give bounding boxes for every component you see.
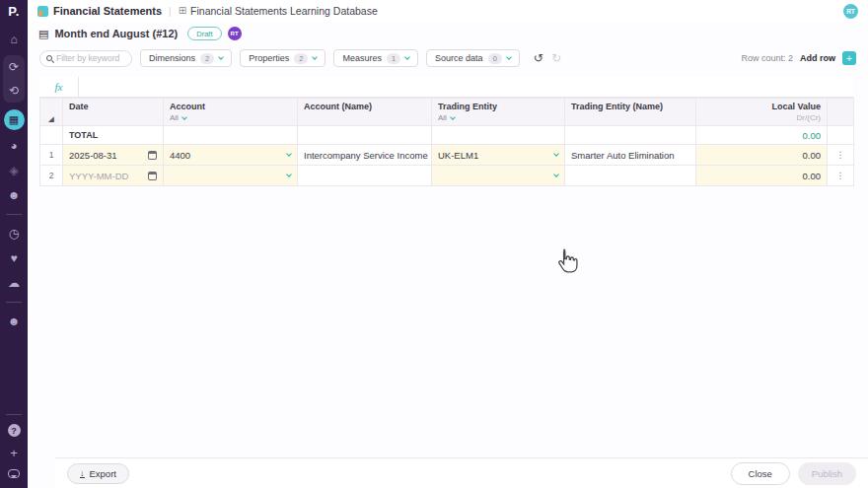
local-value-cell[interactable]: 0.00 — [696, 166, 828, 186]
reports-icon[interactable]: ◕ — [5, 137, 23, 155]
tags-icon[interactable]: ◈ — [5, 162, 23, 179]
column-header-account[interactable]: Account All — [164, 99, 298, 126]
help-icon[interactable]: ? — [8, 424, 21, 437]
column-header-trading-entity[interactable]: Trading Entity All — [432, 99, 565, 126]
database-icon-active[interactable]: ▦ — [4, 109, 25, 130]
dimensions-filter-button[interactable]: Dimensions 2 — [140, 49, 232, 67]
sidebar-divider — [6, 214, 22, 215]
feedback-icon[interactable] — [8, 469, 20, 478]
select-all-icon[interactable]: ◢ — [48, 115, 53, 122]
redo-icon[interactable]: ↻ — [551, 52, 561, 64]
account-cell[interactable]: 4400 — [164, 145, 298, 166]
export-button[interactable]: ↓ Export — [67, 463, 129, 484]
trading-entity-name-cell: Smarter Auto Elimination — [565, 145, 696, 166]
undo-icon[interactable]: ↺ — [534, 52, 543, 64]
chevron-down-icon — [450, 114, 456, 120]
column-header-date[interactable]: Date — [63, 99, 164, 126]
column-header-trading-entity-name[interactable]: Trading Entity (Name) — [565, 99, 696, 126]
date-cell[interactable]: YYYY-MM-DD — [63, 166, 164, 186]
toolbar: Dimensions 2 Properties 2 Measures 1 Sou… — [28, 45, 868, 71]
page-title: Month end August (#12) — [54, 28, 178, 39]
account-filter[interactable]: All — [170, 113, 291, 122]
properties-filter-button[interactable]: Properties 2 — [240, 49, 326, 67]
dimensions-count-badge: 2 — [200, 53, 214, 64]
chevron-down-icon — [553, 151, 559, 157]
data-grid: fx ◢ Date Account All — [39, 77, 853, 186]
table-row: 2 YYYY-MM-DD — [40, 166, 854, 186]
search-icon — [46, 55, 52, 61]
measures-filter-button[interactable]: Measures 1 — [333, 49, 418, 67]
table-row: 1 2025-08-31 4400 Intercompany Servi — [40, 145, 854, 166]
trading-entity-filter[interactable]: All — [438, 113, 558, 122]
row-number[interactable]: 2 — [40, 166, 63, 186]
column-header-actions — [828, 99, 854, 126]
account-name-cell: Intercompany Service Income — [298, 145, 432, 166]
formula-fx-icon: fx — [39, 77, 79, 97]
member-icon[interactable]: ☻ — [5, 186, 23, 204]
row-number[interactable]: 1 — [40, 145, 63, 166]
media-icon[interactable]: ☁ — [5, 274, 23, 292]
trading-entity-name-cell — [565, 166, 696, 186]
sidebar-icon-group: ⟳ ⟲ — [3, 55, 25, 103]
app-block-icon — [37, 6, 48, 17]
column-header-account-name[interactable]: Account (Name) — [298, 99, 432, 126]
chevron-down-icon — [506, 54, 512, 60]
main-area: Financial Statements | ⊞ Financial State… — [28, 0, 868, 488]
local-value-cell[interactable]: 0.00 — [696, 145, 828, 166]
search-input[interactable] — [56, 53, 125, 63]
home-icon[interactable]: ⌂ — [5, 31, 23, 48]
search-box — [39, 50, 132, 67]
close-button[interactable]: Close — [731, 462, 790, 485]
document-header: ▤ Month end August (#12) Draft RT — [28, 22, 868, 45]
properties-count-badge: 2 — [294, 53, 308, 64]
chevron-down-icon — [404, 54, 410, 60]
source-data-filter-button[interactable]: Source data 0 — [426, 49, 520, 67]
sidebar-divider — [6, 302, 22, 303]
trading-entity-cell[interactable] — [432, 166, 565, 186]
measures-count-badge: 1 — [387, 53, 400, 64]
row-menu-icon[interactable]: ⋮ — [828, 145, 854, 166]
user-avatar[interactable]: RT — [843, 4, 858, 19]
chevron-down-icon — [286, 151, 292, 157]
calendar-icon[interactable] — [148, 172, 157, 180]
footer-bar: ↓ Export Close Publish — [55, 457, 868, 488]
sync-icon[interactable]: ⟳ — [5, 58, 23, 76]
breadcrumb: Financial Statements | ⊞ Financial State… — [28, 0, 868, 22]
column-header-local-value[interactable]: Local Value Dr/(Cr) — [696, 99, 828, 126]
source-data-label: Source data — [435, 53, 483, 63]
add-row-button[interactable]: + — [842, 51, 856, 65]
app-sidebar: P. ⌂ ⟳ ⟲ ▦ ◕ ◈ ☻ ◷ ♥ ☁ ☻ ? + — [0, 0, 28, 488]
breadcrumb-app[interactable]: Financial Statements — [53, 5, 162, 17]
total-local-value: 0.00 — [696, 126, 828, 145]
editor-avatar[interactable]: RT — [228, 27, 242, 40]
chevron-down-icon — [313, 54, 319, 60]
row-menu-icon[interactable]: ⋮ — [828, 166, 854, 186]
breadcrumb-page[interactable]: Financial Statements Learning Database — [190, 5, 378, 17]
publish-button[interactable]: Publish — [798, 462, 856, 485]
calendar-icon[interactable] — [148, 151, 157, 160]
formula-bar: fx — [39, 77, 853, 98]
favorites-icon[interactable]: ♥ — [5, 249, 23, 267]
status-badge: Draft — [187, 27, 221, 40]
date-cell[interactable]: 2025-08-31 — [63, 145, 164, 166]
history-icon[interactable]: ◷ — [5, 225, 23, 243]
drcr-label: Dr/(Cr) — [702, 113, 821, 122]
chevron-down-icon — [286, 172, 292, 177]
row-count-label: Row count: 2 — [741, 53, 793, 63]
chevron-down-icon — [218, 54, 224, 60]
add-row-label[interactable]: Add row — [800, 53, 835, 63]
account-cell[interactable] — [164, 166, 298, 186]
download-icon: ↓ — [80, 469, 85, 478]
journal-icon: ▤ — [38, 29, 48, 39]
add-icon[interactable]: + — [10, 446, 18, 460]
trading-entity-cell[interactable]: UK-ELM1 — [432, 145, 565, 166]
chevron-down-icon — [181, 114, 187, 120]
grid-icon: ⊞ — [179, 6, 186, 16]
app-logo[interactable]: P. — [8, 4, 20, 19]
community-icon[interactable]: ☻ — [5, 313, 23, 330]
workflow-icon[interactable]: ⟲ — [5, 82, 23, 100]
total-row: TOTAL 0.00 — [40, 126, 854, 145]
properties-label: Properties — [249, 53, 289, 63]
source-data-count-badge: 0 — [488, 53, 502, 64]
breadcrumb-separator: | — [169, 6, 172, 17]
